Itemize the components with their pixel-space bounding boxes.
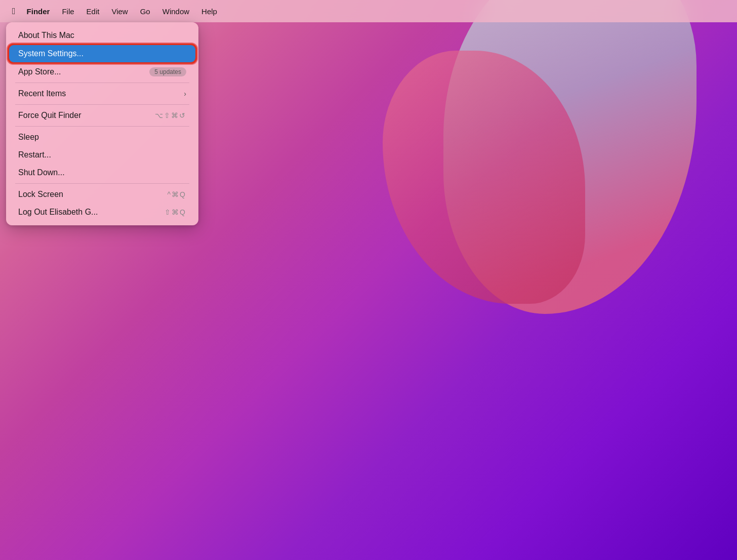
menu-item-recent-items[interactable]: Recent Items ›: [9, 85, 195, 102]
log-out-label: Log Out Elisabeth G...: [18, 208, 98, 217]
menu-item-log-out[interactable]: Log Out Elisabeth G... ⇧⌘Q: [9, 204, 195, 221]
menu-item-app-store[interactable]: App Store... 5 updates: [9, 63, 195, 81]
file-menu[interactable]: File: [57, 5, 79, 18]
edit-menu[interactable]: Edit: [81, 5, 105, 18]
app-store-badge: 5 updates: [149, 67, 186, 76]
recent-items-arrow: ›: [184, 90, 186, 98]
shut-down-label: Shut Down...: [18, 168, 65, 177]
menu-item-restart[interactable]: Restart...: [9, 146, 195, 164]
force-quit-label: Force Quit Finder: [18, 111, 81, 120]
separator-4: [15, 183, 189, 184]
menu-item-shut-down[interactable]: Shut Down...: [9, 164, 195, 181]
lock-screen-label: Lock Screen: [18, 190, 63, 199]
menu-item-about-this-mac[interactable]: About This Mac: [9, 27, 195, 44]
apple-menu-button[interactable]: : [8, 4, 20, 19]
sleep-label: Sleep: [18, 133, 39, 142]
lock-screen-shortcut: ^⌘Q: [168, 190, 186, 198]
separator-2: [15, 104, 189, 105]
help-menu[interactable]: Help: [196, 5, 222, 18]
menu-item-force-quit[interactable]: Force Quit Finder ⌥⇧⌘↺: [9, 107, 195, 124]
log-out-shortcut: ⇧⌘Q: [165, 208, 186, 216]
menu-item-system-settings[interactable]: System Settings...: [9, 45, 195, 62]
view-menu[interactable]: View: [106, 5, 133, 18]
window-menu[interactable]: Window: [157, 5, 194, 18]
about-this-mac-label: About This Mac: [18, 31, 74, 40]
separator-3: [15, 126, 189, 127]
apple-dropdown-menu: About This Mac System Settings... App St…: [6, 22, 198, 225]
menu-item-lock-screen[interactable]: Lock Screen ^⌘Q: [9, 186, 195, 203]
separator-1: [15, 83, 189, 83]
app-store-label: App Store...: [18, 67, 61, 76]
go-menu[interactable]: Go: [135, 5, 155, 18]
menu-item-sleep[interactable]: Sleep: [9, 129, 195, 146]
system-settings-label: System Settings...: [18, 49, 84, 58]
force-quit-shortcut: ⌥⇧⌘↺: [155, 111, 186, 119]
restart-label: Restart...: [18, 150, 51, 159]
recent-items-label: Recent Items: [18, 89, 66, 98]
finder-menu[interactable]: Finder: [22, 5, 55, 18]
menubar:  Finder File Edit View Go Window Help: [0, 0, 737, 22]
